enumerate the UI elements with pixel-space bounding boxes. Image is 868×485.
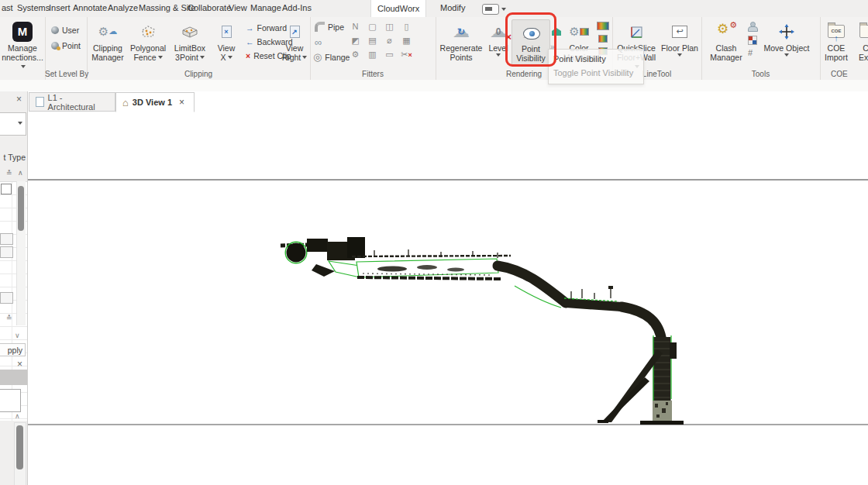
regenerate-label2: Points bbox=[450, 53, 472, 62]
properties-scrollbar[interactable] bbox=[16, 181, 26, 325]
scrollbar-thumb[interactable] bbox=[16, 425, 23, 470]
manage-connections-button[interactable]: M Manage nnections... bbox=[0, 19, 45, 71]
group-set-level-by: User Point Set Level By bbox=[45, 17, 88, 80]
colorbar-icon[interactable] bbox=[597, 22, 609, 30]
clipping-manager-gears-icon: ⚙ bbox=[98, 26, 108, 37]
3d-viewport[interactable] bbox=[28, 112, 868, 485]
group-tools: ⚙⚙ Clash Manager # Move Object bbox=[701, 17, 821, 80]
group-coe: COE ↑ COE Import C Exp COE bbox=[820, 17, 868, 80]
move-object-button[interactable]: Move Object bbox=[762, 19, 811, 59]
plan-view-icon bbox=[36, 97, 44, 107]
pipe-button[interactable]: Pipe bbox=[315, 22, 344, 32]
fitter-door-icon[interactable]: ▤ bbox=[366, 35, 379, 46]
menu-tab-view[interactable]: View bbox=[229, 3, 247, 12]
fitter-monitor-icon[interactable]: ▭ bbox=[383, 49, 396, 60]
tab-close-icon[interactable]: × bbox=[179, 97, 184, 108]
scrollbar-thumb[interactable] bbox=[18, 186, 24, 231]
floor-plan-button[interactable]: ↩ Floor Plan bbox=[660, 19, 699, 59]
chevron-down-icon[interactable]: ∨ bbox=[15, 332, 20, 339]
polygonal-fence-button[interactable]: Polygonal Fence bbox=[127, 19, 169, 62]
regenerate-points-button[interactable]: ☁ ↻ Regenerate Points bbox=[439, 19, 484, 62]
coe-export-label2: Exp bbox=[859, 53, 868, 62]
polygonal-fence-label2: Fence bbox=[133, 53, 156, 62]
colorgrid-icon[interactable] bbox=[598, 35, 608, 43]
clash-manager-button[interactable]: ⚙⚙ Clash Manager bbox=[708, 19, 745, 62]
fitter-mesh-icon[interactable]: ▦ bbox=[400, 35, 413, 46]
menu-tab-collaborate[interactable]: Collaborate bbox=[188, 3, 231, 12]
limitbox-3point-button[interactable]: LimitBox 3Point bbox=[169, 19, 211, 62]
find-fitting-button[interactable]: ∞ bbox=[315, 36, 322, 48]
chevron-up-icon[interactable]: ∧ bbox=[15, 412, 20, 420]
edit-type-button[interactable]: t Type bbox=[0, 153, 26, 162]
checker-tool-icon[interactable] bbox=[748, 36, 757, 45]
view-x-icon: × bbox=[222, 26, 232, 38]
grid-tool-icon[interactable]: # bbox=[748, 48, 753, 57]
fitter-cut-icon[interactable]: ✂× bbox=[400, 49, 413, 60]
browser-search-input[interactable] bbox=[0, 389, 21, 412]
fitter-pill-icon[interactable]: ▯ bbox=[400, 21, 413, 33]
menu-tab-analyze[interactable]: Analyze bbox=[108, 3, 138, 12]
view-x-button[interactable]: × View X bbox=[211, 19, 242, 62]
menu-tab-systems[interactable]: Systems bbox=[17, 3, 50, 12]
reset-clip-x-icon: × bbox=[246, 51, 250, 60]
chevron-down-icon bbox=[18, 122, 22, 127]
property-cell[interactable] bbox=[0, 233, 13, 245]
menu-tab-manage[interactable]: Manage bbox=[250, 3, 281, 12]
manage-connections-label: Manage bbox=[8, 43, 37, 53]
point-cloud-render bbox=[28, 112, 868, 485]
house-3d-icon: ⌂ bbox=[122, 98, 129, 108]
set-level-user-button[interactable]: User bbox=[51, 26, 79, 35]
menu-tab-modify[interactable]: Modify bbox=[440, 3, 465, 12]
dropdown-caret-icon bbox=[21, 65, 26, 71]
dropdown-caret-icon bbox=[677, 53, 682, 59]
property-cell[interactable] bbox=[0, 292, 13, 304]
browser-close-icon[interactable]: × bbox=[17, 359, 22, 370]
tooltip-title: Point Visibility bbox=[553, 54, 643, 64]
fitter-route-icon[interactable]: N bbox=[349, 21, 362, 33]
flange-button[interactable]: ◎ Flange bbox=[313, 51, 350, 63]
fitter-window-icon[interactable]: ▥ bbox=[366, 49, 379, 60]
menu-tab-cloudworx[interactable]: CloudWorx bbox=[370, 0, 426, 17]
fitter-eraser-icon[interactable]: ⌀ bbox=[383, 35, 396, 46]
property-cell[interactable] bbox=[0, 246, 13, 258]
user-sphere-icon bbox=[51, 26, 59, 34]
cut-red-x-icon: × bbox=[408, 51, 412, 59]
view-right-button[interactable]: ↗ View Right bbox=[279, 19, 310, 62]
menu-tab-ast[interactable]: ast bbox=[2, 3, 13, 12]
view-x-label1: View bbox=[218, 43, 236, 53]
fitter-double-flange-icon[interactable]: ⚙ bbox=[349, 49, 362, 60]
set-level-point-button[interactable]: Point bbox=[51, 41, 81, 50]
pin-icon[interactable]: ≛ bbox=[6, 314, 12, 322]
menu-tab-addins[interactable]: Add-Ins bbox=[282, 3, 312, 12]
fitter-box-icon[interactable]: ◫ bbox=[383, 21, 396, 33]
dropdown-caret-icon bbox=[158, 56, 163, 61]
view-tab-3d-view-1[interactable]: ⌂ 3D View 1 × bbox=[115, 92, 195, 112]
binoculars-icon: ∞ bbox=[315, 36, 322, 48]
type-selector[interactable] bbox=[0, 112, 26, 136]
options-bar bbox=[0, 80, 868, 92]
cloudworx-ribbon: M Manage nnections... User Point Set Lev… bbox=[0, 17, 868, 81]
view-tab-label: 3D View 1 bbox=[133, 98, 172, 107]
browser-scrollbar[interactable] bbox=[14, 422, 26, 485]
group-label-fitters: Fitters bbox=[310, 70, 436, 78]
coe-export-button[interactable]: C Exp bbox=[854, 19, 868, 62]
fitter-duct-icon[interactable]: ▢ bbox=[366, 21, 379, 33]
clipping-manager-button[interactable]: ⚙ ☁ Clipping Manager bbox=[88, 19, 127, 62]
limitbox-label2: 3Point bbox=[175, 53, 198, 62]
ribbon-display-toggle[interactable] bbox=[482, 4, 499, 15]
polygonal-fence-icon bbox=[140, 25, 157, 39]
property-checkbox[interactable] bbox=[1, 184, 12, 194]
menu-tab-annotate[interactable]: Annotate bbox=[73, 3, 107, 12]
properties-close-icon[interactable]: × bbox=[16, 94, 22, 105]
chevron-up-icon[interactable]: ∧ bbox=[18, 169, 23, 177]
view-tab-l1-architectural[interactable]: L1 - Architectural bbox=[29, 92, 115, 112]
tooltip-description: Toggle Point Visibility bbox=[553, 68, 643, 77]
coe-import-button[interactable]: COE ↑ COE Import bbox=[822, 19, 851, 62]
apply-button[interactable]: pply bbox=[0, 343, 26, 356]
menu-tab-insert[interactable]: Insert bbox=[49, 3, 71, 12]
pin-icon[interactable]: ≛ bbox=[6, 169, 12, 177]
fitter-angle-icon[interactable]: ◩ bbox=[349, 35, 362, 46]
pipe-label: Pipe bbox=[328, 22, 344, 32]
clipping-manager-label2: Manager bbox=[91, 53, 123, 62]
person-tool-icon[interactable] bbox=[748, 22, 756, 30]
